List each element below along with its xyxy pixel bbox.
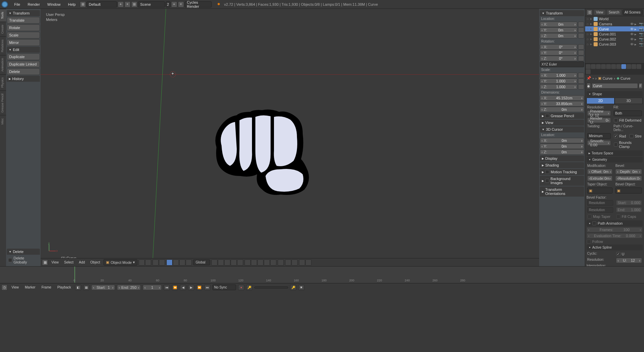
n-transorient-header[interactable]: Transform Orientations (540, 186, 584, 197)
lock-scale-x-icon[interactable] (578, 73, 584, 78)
radius-check[interactable] (614, 134, 618, 138)
pa-eval[interactable]: ‹Evaluation Time:0.000› (586, 233, 643, 238)
autokey-icon[interactable]: ● (238, 285, 244, 290)
n-grease-header[interactable]: Grease Pencil (540, 113, 584, 119)
scale-button[interactable]: Scale (7, 32, 40, 39)
tl-lock-icon[interactable]: ▦ (83, 285, 89, 290)
render-opengl-anim-icon[interactable] (305, 259, 312, 266)
ptab-layers[interactable] (591, 64, 596, 69)
layer-btn-3[interactable] (224, 259, 230, 266)
layer-btn-4[interactable] (231, 259, 237, 266)
delete-key-icon[interactable]: ✖ (298, 285, 304, 290)
bf-end[interactable]: End:1.000 (616, 207, 642, 212)
keying-set-field[interactable] (254, 286, 288, 288)
pa-frames[interactable]: ‹Frames:100› (586, 227, 643, 232)
lock-rot-x-icon[interactable] (578, 44, 584, 50)
play-icon[interactable]: ▶ (188, 285, 194, 290)
n-view-header[interactable]: View (540, 120, 584, 126)
outliner-item-camera[interactable]: ○▸Camera👁▸📷 (585, 21, 644, 26)
ptab-world[interactable] (601, 64, 606, 69)
editor-type-icon[interactable]: ▦ (42, 259, 48, 266)
bf-start[interactable]: Start:0.000 (616, 200, 642, 205)
screen-layout-icon[interactable]: ⊞ (80, 1, 86, 7)
shape-2d-btn[interactable]: 2D (586, 98, 615, 104)
fake-user-btn[interactable]: F (639, 83, 643, 89)
layer-btn-6[interactable] (245, 259, 251, 266)
bf-res1[interactable]: Resolution (587, 200, 613, 206)
bevel-object-field[interactable]: ▣ (615, 187, 642, 194)
transform-panel-header[interactable]: Transform (7, 10, 40, 16)
fill-caps-check[interactable] (616, 215, 620, 219)
outliner-item-curve-002[interactable]: ○▸Curve.002👁▸📷 (585, 36, 644, 42)
ptab-modifiers[interactable] (616, 64, 621, 69)
outliner-filter[interactable]: All Scenes (623, 9, 643, 15)
lock-loc-y-icon[interactable] (578, 27, 584, 33)
map-taper-check[interactable] (588, 215, 592, 219)
remove-scene-icon[interactable]: × (178, 1, 184, 7)
fill-deformed-check[interactable] (614, 118, 618, 122)
scene-selector[interactable]: Scene (138, 1, 165, 7)
n-transform-header[interactable]: Transform (540, 10, 584, 16)
loc-x[interactable]: ‹ X:0m› (540, 22, 577, 27)
active-spline-header[interactable]: Active Spline (586, 245, 643, 250)
3d-viewport[interactable]: User Persp Meters yx (1) Curve ▦ View Se… (41, 9, 539, 266)
twist-method[interactable]: Minimum (587, 133, 611, 139)
taper-object-field[interactable]: ▣ (587, 187, 613, 194)
ptab-texture[interactable] (631, 64, 636, 69)
loc-z[interactable]: ‹ Z:0m› (540, 33, 577, 39)
rot-y[interactable]: ‹ Y:0°› (540, 50, 577, 55)
fill-mode[interactable]: Both (614, 110, 642, 116)
outliner-view[interactable]: View (594, 10, 605, 15)
menu-help[interactable]: Help (65, 1, 79, 8)
layer-btn-10[interactable] (270, 259, 276, 266)
bf-res2[interactable]: Resolution (587, 207, 613, 213)
snap-type-icon[interactable] (292, 259, 298, 266)
tab-create[interactable]: Create (0, 22, 6, 36)
manipulator-rotate-icon[interactable] (179, 259, 185, 266)
manipulator-toggle-icon[interactable] (166, 259, 172, 266)
tl-use-preview-icon[interactable]: ◧ (75, 285, 81, 290)
n-3dcursor-header[interactable]: 3D Cursor (540, 126, 584, 132)
manipulator-scale-icon[interactable] (186, 259, 192, 266)
shading-solid-icon[interactable] (139, 259, 145, 266)
ptab-constraints[interactable] (611, 64, 616, 69)
duplicate-button[interactable]: Duplicate (7, 53, 40, 60)
stretch-check[interactable] (629, 134, 634, 138)
loc-y[interactable]: ‹ Y:0m› (540, 27, 577, 33)
timeline-area[interactable]: 020406080100120140160180200220240260280 (0, 266, 644, 283)
sync-mode[interactable]: No Sync (212, 284, 236, 290)
translate-button[interactable]: Translate (7, 17, 40, 24)
rot-x[interactable]: ‹ X:0°› (540, 44, 577, 50)
curve-data-browse-icon[interactable]: ◆ (586, 83, 591, 89)
bc-data[interactable]: Curve (621, 76, 630, 80)
keying-set-icon[interactable]: 🔑 (246, 285, 252, 290)
cursor-z[interactable]: ‹ Z:0m› (540, 149, 584, 155)
ptab-render[interactable] (586, 64, 591, 69)
pa-follow-check[interactable] (587, 240, 591, 244)
menu-file[interactable]: File (11, 1, 24, 8)
add-scene-icon[interactable]: + (171, 1, 177, 7)
path-anim-header[interactable]: Path Animation (586, 220, 643, 226)
ptab-scene[interactable] (596, 64, 601, 69)
tl-playback[interactable]: Playback (55, 285, 73, 290)
lock-rot-y-icon[interactable] (578, 50, 584, 55)
vh-add[interactable]: Add (77, 260, 87, 265)
lock-rot-z-icon[interactable] (578, 56, 584, 61)
curve-object-fist[interactable] (203, 107, 318, 198)
pin-icon[interactable]: 📌 (586, 76, 591, 80)
dim-y[interactable]: ‹ Y:33.856cm› (540, 101, 584, 106)
outliner-search[interactable]: Search (607, 10, 622, 15)
manipulator-translate-icon[interactable] (173, 259, 179, 266)
layer-btn-7[interactable] (251, 259, 257, 266)
tl-marker[interactable]: Marker (23, 285, 38, 290)
render-opengl-icon[interactable] (299, 259, 305, 266)
insert-key-icon[interactable]: 🔑 (290, 285, 296, 290)
geometry-header[interactable]: Geometry (586, 157, 643, 162)
geo-bevel-res[interactable]: ‹Resolution:0› (615, 176, 642, 181)
as-res-u[interactable]: ‹U:12› (616, 258, 642, 263)
lock-loc-z-icon[interactable] (578, 33, 584, 39)
layer-btn-1[interactable] (211, 259, 217, 266)
tab-misc[interactable]: Misc (0, 115, 6, 127)
render-engine-selector[interactable]: Cycles Render (185, 1, 212, 7)
render-u[interactable]: ‹Render U:0› (587, 118, 611, 123)
